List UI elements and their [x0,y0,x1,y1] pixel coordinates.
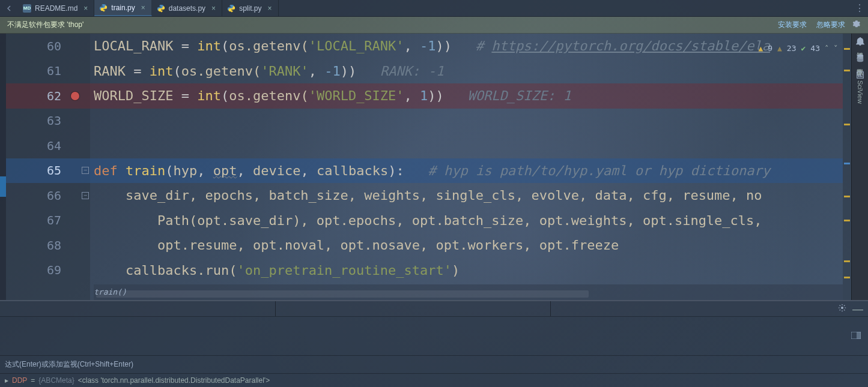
gear-icon [838,304,846,312]
editor-area: 60 61 62 63 64 65 − 66− 67 68 69 ▲9 ▲23 … [0,34,868,300]
variable-row[interactable]: ▸ DDP = {ABCMeta} <class 'torch.nn.paral… [0,374,868,387]
weak-warning-icon: ▲ [777,36,782,61]
code-line: RANK = int(os.getenv('RANK', -1)) RANK: … [90,59,843,84]
tab-close-button[interactable]: × [209,4,216,13]
gear-icon [852,20,861,28]
python-file-icon [99,4,108,12]
variable-value: <class 'torch.nn.parallel.distributed.Di… [78,376,270,385]
gutter-line: 60 [6,34,90,59]
code-line: LOCAL_RANK = int(os.getenv('LOCAL_RANK',… [90,34,843,59]
tab-overflow-button[interactable]: ⋮ [855,2,864,14]
editor-gutter[interactable]: 60 61 62 63 64 65 − 66− 67 68 69 [6,34,90,300]
stripe-mark[interactable] [844,48,850,50]
variable-name: DDP [12,376,27,385]
watches-input[interactable]: 达式(Enter)或添加监视(Ctrl+Shift+Enter) [0,356,868,374]
notifications-tool-button[interactable]: 通知 [855,37,864,47]
tab-label: split.py [239,4,261,13]
svg-rect-2 [858,75,859,77]
tab-label: datasets.py [169,4,205,13]
code-line: WORLD_SIZE = int(os.getenv('WORLD_SIZE',… [90,83,843,109]
tab-datasets[interactable]: datasets.py × [152,0,222,16]
svg-rect-4 [861,76,862,77]
code-line: Path(opt.save_dir), opt.epochs, opt.batc… [90,208,843,233]
gutter-line: 65 − [6,158,90,184]
stripe-mark[interactable] [844,70,850,71]
gutter-line: 69 [6,258,90,283]
layout-icon [851,332,861,339]
tab-close-button[interactable]: × [265,4,272,13]
code-line: save_dir, epochs, batch_size, weights, s… [90,183,843,208]
tab-label: train.py [111,4,135,12]
stripe-mark[interactable] [844,196,850,197]
nav-marker [0,176,6,197]
stripe-mark[interactable] [844,220,850,221]
gutter-line: 63 [6,109,90,134]
gutter-line: 66− [6,183,90,208]
weak-warning-count: 23 [787,36,797,61]
debugger-panel: 达式(Enter)或添加监视(Ctrl+Shift+Enter) ▸ DDP =… [0,317,868,387]
tab-readme[interactable]: MD README.md × [18,0,94,16]
database-icon [856,54,864,62]
variable-type: {ABCMeta} [38,376,74,385]
install-requirement-link[interactable]: 安装要求 [778,20,807,30]
stripe-mark[interactable] [844,260,850,262]
python-file-icon [157,4,165,13]
chevron-left-icon [6,5,12,11]
code-line: def train(hyp, opt, device, callbacks): … [90,158,843,184]
code-line: opt.resume, opt.noval, opt.nosave, opt.w… [90,233,843,258]
sciview-tool-button[interactable]: SciView [856,71,864,104]
requirement-message: 不满足软件包要求 'thop' [7,20,83,30]
inspection-widget[interactable]: ▲9 ▲23 ✔43 ˄ ˅ [758,36,838,61]
svg-point-0 [857,55,863,57]
stripe-mark[interactable] [844,163,850,164]
tab-scroll-left[interactable] [0,0,18,16]
requirements-banner: 不满足软件包要求 'thop' 安装要求 忽略要求 [0,17,868,34]
error-stripe[interactable] [843,34,851,300]
ignore-requirement-link[interactable]: 忽略要求 [816,20,845,30]
gutter-line: 64 [6,133,90,158]
svg-point-5 [841,307,843,309]
inspection-up-icon[interactable]: ˄ [825,36,829,61]
fold-toggle-icon[interactable]: − [82,167,89,174]
left-tool-strip [0,34,6,300]
warning-icon: ▲ [758,36,763,61]
warning-count: 9 [768,36,772,61]
tab-split[interactable]: split.py × [222,0,278,16]
gutter-line: 62 [6,83,90,109]
check-count: 43 [810,36,820,61]
stripe-mark[interactable] [844,277,850,278]
breakpoint-icon[interactable] [71,92,79,100]
inspection-down-icon[interactable]: ˅ [834,36,838,61]
bell-icon [856,37,864,46]
code-line [90,133,843,158]
gutter-line: 68 [6,233,90,258]
requirement-settings-button[interactable] [850,20,863,30]
database-tool-button[interactable]: 数据库 [855,54,864,64]
breadcrumb[interactable]: train() [94,284,843,300]
fold-toggle-icon[interactable]: − [82,192,89,199]
tab-close-button[interactable]: × [81,4,88,13]
python-file-icon [227,4,235,13]
code-line: callbacks.run('on_pretrain_routine_start… [90,258,843,283]
svg-rect-7 [857,332,861,339]
layout-button[interactable] [851,331,861,341]
tool-window-header: — [0,300,868,317]
stripe-mark[interactable] [844,124,850,125]
chevron-right-icon: ▸ [5,376,8,385]
code-editor[interactable]: ▲9 ▲23 ✔43 ˄ ˅ LOCAL_RANK = int(os.geten… [90,34,843,300]
markdown-file-icon: MD [23,4,31,13]
svg-rect-3 [860,73,861,77]
tab-label: README.md [35,4,77,13]
tab-close-button[interactable]: × [139,4,145,12]
tool-window-settings-button[interactable] [838,304,846,314]
gutter-line: 67 [6,208,90,233]
gutter-line: 61 [6,59,90,84]
editor-tabbar: MD README.md × train.py × datasets.py × … [0,0,868,17]
right-tool-sidebar: 通知 数据库 SciView [851,34,868,300]
check-icon: ✔ [801,36,806,61]
code-line [90,109,843,134]
tab-train[interactable]: train.py × [94,0,151,16]
sciview-icon [856,71,864,79]
